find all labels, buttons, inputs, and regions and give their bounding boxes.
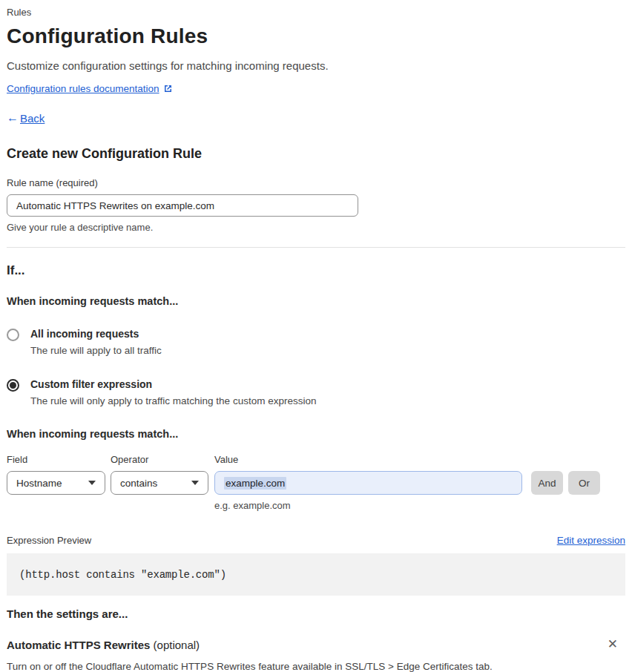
documentation-link[interactable]: Configuration rules documentation [7,83,159,94]
radio-label-custom-filter: Custom filter expression [30,378,316,391]
if-heading: If... [7,263,625,278]
edit-expression-link[interactable]: Edit expression [557,535,625,546]
page-subtitle: Customize configuration settings for mat… [7,59,625,73]
field-select-value: Hostname [16,478,62,489]
value-input-text: example.com [224,477,286,490]
external-link-icon [163,85,172,93]
expression-preview-code: (http.host contains "example.com") [7,553,625,596]
documentation-link-row: Configuration rules documentation [7,83,625,94]
match-heading: When incoming requests match... [7,294,625,308]
radio-desc-all-incoming: The rule will apply to all traffic [30,344,162,357]
rule-name-label: Rule name (required) [7,177,625,189]
chevron-down-icon [88,481,96,485]
value-input[interactable]: example.com [214,471,522,495]
radio-label-all-incoming: All incoming requests [30,328,162,340]
back-link[interactable]: Back [20,112,45,125]
expression-text: (http.host contains "example.com") [19,569,226,581]
radio-option-all-incoming[interactable]: All incoming requests The rule will appl… [7,328,625,357]
operator-select[interactable]: contains [111,471,208,495]
value-label: Value [214,454,522,466]
expression-preview-label: Expression Preview [7,535,91,546]
rule-name-input[interactable] [7,194,358,217]
radio-custom-filter[interactable] [7,379,19,392]
breadcrumb[interactable]: Rules [7,7,625,19]
create-rule-heading: Create new Configuration Rule [7,145,625,162]
operator-label: Operator [111,454,208,466]
setting-optional-label: (optional) [154,639,200,651]
field-label: Field [7,454,105,466]
then-heading: Then the settings are... [7,607,625,621]
expression-builder-heading: When incoming requests match... [7,427,625,441]
back-arrow-icon: ← [7,111,19,125]
radio-option-custom-filter[interactable]: Custom filter expression The rule will o… [7,378,625,407]
value-help: e.g. example.com [214,500,522,512]
expression-preview-row: Expression Preview Edit expression [7,535,625,546]
rule-name-help: Give your rule a descriptive name. [7,222,625,234]
back-link-row: ← Back [7,111,625,125]
close-icon[interactable]: ✕ [600,638,625,650]
and-button[interactable]: And [531,471,563,495]
or-button[interactable]: Or [568,471,600,495]
configuration-rules-page: Rules Configuration Rules Customize conf… [0,0,632,672]
field-select[interactable]: Hostname [7,471,105,495]
setting-header: Automatic HTTPS Rewrites (optional) ✕ [7,638,625,652]
operator-select-value: contains [120,478,157,489]
expression-builder: Field Operator Value Hostname contains e… [7,454,625,512]
radio-all-incoming[interactable] [7,329,19,341]
setting-description: Turn on or off the Cloudflare Automatic … [7,660,625,672]
radio-desc-custom-filter: The rule will only apply to traffic matc… [30,395,316,407]
setting-title: Automatic HTTPS Rewrites [7,639,150,651]
section-divider [7,247,625,248]
page-title: Configuration Rules [7,24,625,49]
chevron-down-icon [191,481,199,485]
